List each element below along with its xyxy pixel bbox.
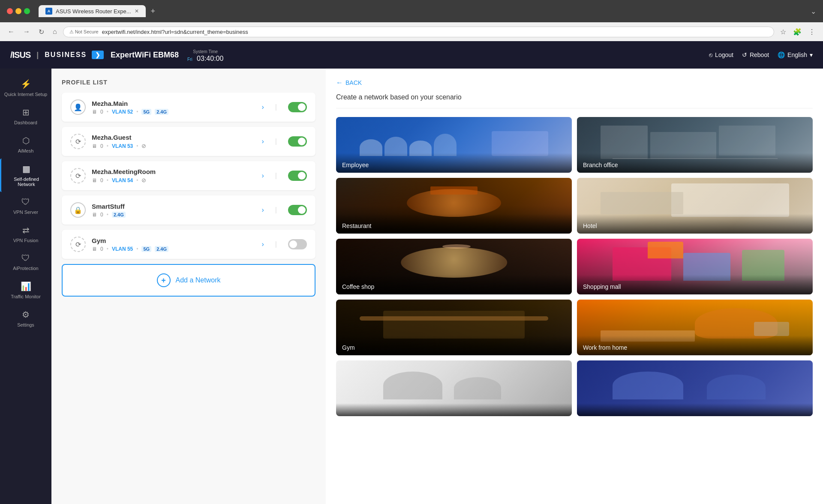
sidebar-item-aiprotection[interactable]: 🛡 AiProtection [0, 248, 51, 276]
scenario-card-restaurant[interactable]: Restaurant [336, 178, 572, 234]
network-toggle-smartstuff[interactable] [288, 205, 307, 215]
reload-button[interactable]: ↻ [36, 26, 47, 38]
language-button[interactable]: 🌐 English ▾ [778, 51, 813, 58]
add-network-button[interactable]: + Add a Network [62, 264, 315, 297]
sidebar-item-quick-internet[interactable]: ⚡ Quick Internet Setup [0, 74, 51, 102]
add-network-label: Add a Network [176, 276, 221, 284]
scenario-card-gym[interactable]: Gym [336, 300, 572, 355]
browser-titlebar: A ASUS Wireless Router Expe... ✕ + ⌄ [0, 0, 823, 22]
sidebar-item-label: AiMesh [18, 148, 34, 153]
sidebar-item-vpn-server[interactable]: 🛡 VPN Server [0, 192, 51, 220]
sidebar-item-label: Dashboard [14, 120, 37, 125]
separator: | [275, 240, 277, 248]
expand-icon[interactable]: › [262, 240, 264, 248]
network-name-gym: Gym [92, 237, 256, 244]
sidebar-item-dashboard[interactable]: ⊞ Dashboard [0, 102, 51, 130]
network-meta-mezha-main: 🖥 0 • VLAN 52 • 5G 2.4G [92, 109, 256, 115]
network-icon-mezha-guest: ⟳ [70, 134, 86, 149]
quick-internet-icon: ⚡ [21, 79, 31, 89]
traffic-lights [7, 8, 30, 14]
scenario-card-extra1[interactable] [336, 360, 572, 416]
extensions-button[interactable]: 🧩 [790, 26, 804, 38]
device-icon: 🖥 [92, 246, 97, 252]
sidebar-item-label: AiProtection [13, 266, 38, 271]
close-traffic-light[interactable] [7, 8, 13, 14]
scenario-label-hotel: Hotel [577, 214, 813, 234]
tab-close-button[interactable]: ✕ [135, 8, 139, 14]
network-name-mezha-guest: Mezha.Guest [92, 134, 256, 141]
sidebar-item-self-defined-network[interactable]: ▦ Self-defined Network [0, 159, 51, 192]
network-icon-smartstuff: 🔒 [70, 202, 86, 218]
vlan-badge: VLAN 52 [112, 109, 133, 115]
scenario-label-restaurant: Restaurant [336, 214, 572, 234]
expand-icon[interactable]: › [262, 172, 264, 180]
expand-icon[interactable]: › [262, 103, 264, 111]
maximize-traffic-light[interactable] [24, 8, 30, 14]
sidebar-item-settings[interactable]: ⚙ Settings [0, 304, 51, 333]
separator: | [275, 138, 277, 145]
address-bar[interactable]: ⚠ Not Secure expertwifi.net/index.html?u… [63, 27, 774, 37]
vlan-badge: VLAN 54 [112, 177, 133, 183]
minimize-traffic-light[interactable] [15, 8, 21, 14]
network-toggle-gym[interactable] [288, 239, 307, 249]
bookmark-button[interactable]: ☆ [778, 26, 789, 38]
sidebar-item-aimesh[interactable]: ⬡ AiMesh [0, 130, 51, 159]
expand-icon[interactable]: › [262, 138, 264, 145]
active-tab[interactable]: A ASUS Wireless Router Expe... ✕ [39, 5, 146, 17]
scenario-card-branch-office[interactable]: Branch office [577, 117, 813, 173]
scenario-title: Create a network based on your scenario [336, 93, 813, 108]
scenario-card-coffee-shop[interactable]: Coffee shop [336, 239, 572, 294]
tab-title: ASUS Wireless Router Expe... [56, 8, 131, 15]
network-info-mezha-main: Mezha.Main 🖥 0 • VLAN 52 • 5G 2.4G [92, 100, 256, 115]
network-toggle-mezha-meeting[interactable] [288, 171, 307, 181]
band-5g: 5G [141, 109, 151, 115]
network-toggle-mezha-main[interactable] [288, 102, 307, 112]
scenario-label-branch-office: Branch office [577, 153, 813, 173]
network-name-smartstuff: SmartStuff [92, 203, 256, 210]
device-count: 0 [100, 143, 103, 149]
no-wifi-icon: ⊘ [141, 177, 146, 183]
scenario-card-extra2[interactable] [577, 360, 813, 416]
tab-dropdown-button[interactable]: ⌄ [811, 7, 816, 15]
vlan-badge: VLAN 53 [112, 143, 133, 149]
nav-actions: ☆ 🧩 ⋮ [778, 26, 818, 38]
sidebar-item-label: VPN Server [13, 210, 38, 215]
device-count: 0 [100, 212, 103, 218]
network-icon-mezha-main: 👤 [70, 99, 86, 115]
network-info-smartstuff: SmartStuff 🖥 0 • 2.4G [92, 203, 256, 218]
logout-button[interactable]: ⎋ Logout [709, 51, 733, 58]
dashboard-icon: ⊞ [22, 107, 30, 117]
network-meta-mezha-meeting: 🖥 0 • VLAN 54 • ⊘ [92, 177, 256, 183]
profile-list-title: PROFILE LIST [62, 79, 315, 86]
new-tab-button[interactable]: + [147, 5, 159, 18]
reboot-button[interactable]: ↺ Reboot [742, 51, 769, 58]
scenario-card-employee[interactable]: Employee [336, 117, 572, 173]
scenario-label-extra2 [577, 403, 813, 416]
network-name-mezha-main: Mezha.Main [92, 100, 256, 107]
sidebar-item-label: Quick Internet Setup [4, 92, 47, 97]
home-button[interactable]: ⌂ [50, 26, 60, 37]
vpn-server-icon: 🛡 [21, 197, 30, 207]
system-time: System Time Fri 03:40:00 [187, 47, 223, 63]
sidebar-item-vpn-fusion[interactable]: ⇄ VPN Fusion [0, 220, 51, 248]
forward-button[interactable]: → [21, 26, 33, 37]
network-toggle-mezha-guest[interactable] [288, 136, 307, 147]
expand-icon[interactable]: › [262, 206, 264, 214]
back-button[interactable]: ← [5, 26, 17, 37]
network-card-smartstuff: 🔒 SmartStuff 🖥 0 • 2.4G › | [62, 195, 315, 225]
profile-panel: PROFILE LIST 👤 Mezha.Main 🖥 0 • VLAN 52 … [51, 69, 326, 504]
app-header: /ISUS | BUSINESS ❯ ExpertWiFi EBM68 Syst… [0, 41, 823, 69]
self-defined-network-icon: ▦ [22, 164, 30, 174]
back-arrow-icon: ← [336, 79, 343, 87]
scenario-card-shopping-mall[interactable]: Shopping mall [577, 239, 813, 294]
back-button[interactable]: ← BACK [336, 79, 362, 87]
sidebar-item-traffic-monitor[interactable]: 📊 Traffic Monitor [0, 276, 51, 304]
separator: | [275, 206, 277, 214]
add-icon: + [157, 273, 171, 287]
logout-label: Logout [715, 51, 733, 58]
more-button[interactable]: ⋮ [806, 26, 818, 38]
scenario-card-work-from-home[interactable]: Work from home [577, 300, 813, 355]
scenario-card-hotel[interactable]: Hotel [577, 178, 813, 234]
network-meta-mezha-guest: 🖥 0 • VLAN 53 • ⊘ [92, 143, 256, 149]
network-meta-gym: 🖥 0 • VLAN 55 • 5G 2.4G [92, 246, 256, 252]
